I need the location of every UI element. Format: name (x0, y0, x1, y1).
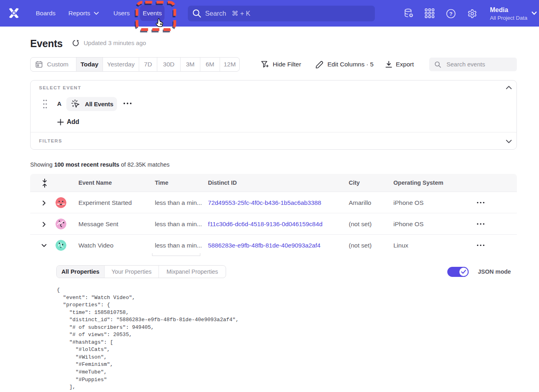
svg-text:?: ? (449, 11, 453, 17)
